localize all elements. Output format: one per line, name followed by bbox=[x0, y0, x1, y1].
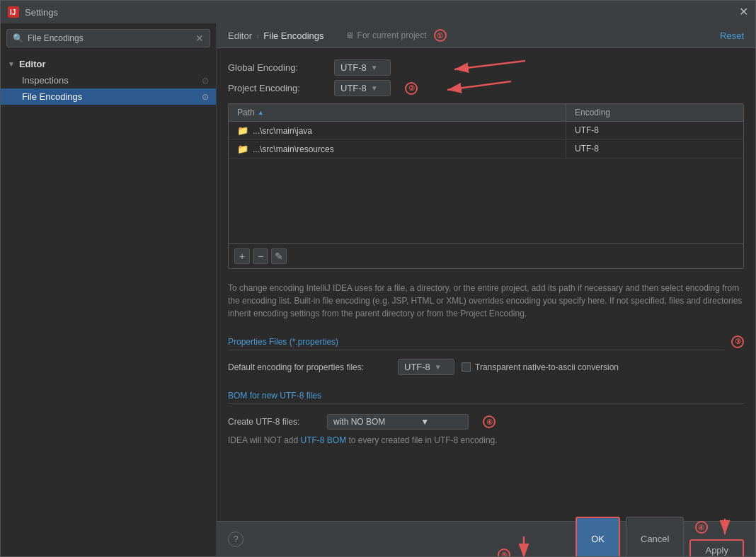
properties-encoding-value: UTF-8 bbox=[404, 362, 430, 372]
copy-icon: ⊙ bbox=[202, 76, 209, 86]
dropdown-arrow-3: ▼ bbox=[435, 363, 442, 371]
sidebar-item-editor[interactable]: ▼ Editor bbox=[1, 56, 216, 72]
for-current-project-label: For current project bbox=[357, 30, 427, 40]
reset-button[interactable]: Reset bbox=[720, 30, 744, 41]
sidebar-tree: ▼ Editor Inspections ⊙ File Encodings ⊙ bbox=[1, 53, 216, 556]
breadcrumb: Editor › File Encodings bbox=[228, 30, 324, 41]
monitor-icon: 🖥 bbox=[345, 30, 354, 40]
project-encoding-row: Project Encoding: UTF-8 ▼ ② bbox=[228, 80, 744, 96]
path-encoding-table: Path ▲ Encoding 📁 ...\src\main\java bbox=[228, 103, 744, 269]
dropdown-arrow-2: ▼ bbox=[371, 84, 378, 92]
properties-encoding-label: Default encoding for properties files: bbox=[228, 362, 391, 372]
panel-body: Global Encoding: UTF-8 ▼ bbox=[217, 48, 755, 521]
ok-button[interactable]: OK bbox=[575, 517, 620, 556]
properties-encoding-select[interactable]: UTF-8 ▼ bbox=[398, 359, 454, 375]
svg-line-3 bbox=[454, 61, 525, 69]
close-button[interactable]: ✕ bbox=[739, 6, 748, 18]
search-icon: 🔍 bbox=[13, 33, 23, 43]
bom-section-title: BOM for new UTF-8 files bbox=[228, 391, 744, 404]
utf8-bom-link: UTF-8 BOM bbox=[300, 435, 346, 445]
transparent-conversion-label: Transparent native-to-ascii conversion bbox=[475, 362, 619, 372]
help-button[interactable]: ? bbox=[228, 532, 244, 547]
properties-encoding-row: Default encoding for properties files: U… bbox=[228, 355, 744, 379]
bom-create-select[interactable]: with NO BOM ▼ bbox=[327, 414, 469, 430]
table-row[interactable]: 📁 ...\src\main\java UTF-8 bbox=[229, 122, 743, 140]
window-title: Settings bbox=[25, 7, 58, 18]
project-encoding-value: UTF-8 bbox=[340, 83, 367, 93]
sidebar-item-inspections[interactable]: Inspections ⊙ bbox=[1, 72, 216, 88]
project-encoding-label: Project Encoding: bbox=[228, 83, 327, 93]
th-encoding: Encoding bbox=[566, 104, 743, 121]
apply-button[interactable]: Apply bbox=[689, 539, 744, 556]
bom-create-label: Create UTF-8 files: bbox=[228, 417, 320, 427]
global-encoding-label: Global Encoding: bbox=[228, 62, 327, 73]
sidebar-item-label: File Encodings bbox=[22, 91, 82, 102]
annotation-circle-5: ⑤ bbox=[498, 549, 510, 556]
transparent-conversion-checkbox-label[interactable]: Transparent native-to-ascii conversion bbox=[462, 362, 619, 372]
panel-header: Editor › File Encodings 🖥 For current pr… bbox=[217, 23, 755, 48]
table-toolbar: + − ✎ bbox=[229, 243, 743, 268]
collapse-arrow: ▼ bbox=[8, 60, 15, 68]
clear-search-button[interactable]: ✕ bbox=[195, 33, 204, 44]
bom-info-text: IDEA will NOT add UTF-8 BOM to every cre… bbox=[228, 434, 744, 447]
right-panel: Editor › File Encodings 🖥 For current pr… bbox=[217, 23, 755, 556]
sidebar: 🔍 ✕ ▼ Editor Inspections ⊙ File Encoding… bbox=[1, 23, 217, 556]
td-enc-java: UTF-8 bbox=[566, 122, 743, 139]
annotation-circle-2: ② bbox=[405, 82, 418, 95]
search-box[interactable]: 🔍 ✕ bbox=[6, 29, 210, 47]
add-path-button[interactable]: + bbox=[234, 248, 250, 264]
settings-window: IJ Settings ✕ 🔍 ✕ ▼ Editor Inspections bbox=[0, 0, 756, 557]
cancel-button[interactable]: Cancel bbox=[626, 517, 684, 556]
svg-line-5 bbox=[447, 81, 511, 90]
breadcrumb-parent: Editor bbox=[228, 30, 252, 41]
info-text: To change encoding IntelliJ IDEA uses fo… bbox=[228, 276, 744, 326]
global-encoding-value: UTF-8 bbox=[340, 62, 367, 73]
bom-section: BOM for new UTF-8 files Create UTF-8 fil… bbox=[228, 386, 744, 447]
sidebar-item-file-encodings[interactable]: File Encodings ⊙ bbox=[1, 88, 216, 105]
annotation-circle-4b: ④ bbox=[695, 521, 708, 534]
breadcrumb-current: File Encodings bbox=[263, 30, 323, 41]
folder-icon-resources: 📁 bbox=[237, 144, 248, 154]
table-header: Path ▲ Encoding bbox=[229, 104, 743, 122]
transparent-conversion-checkbox[interactable] bbox=[462, 362, 471, 372]
bom-row: Create UTF-8 files: with NO BOM ▼ ④ bbox=[228, 410, 744, 434]
empty-table-space bbox=[229, 159, 743, 243]
remove-path-button[interactable]: − bbox=[253, 248, 268, 264]
properties-section: Properties Files (*.properties) ③ Defaul… bbox=[228, 333, 744, 379]
main-content: 🔍 ✕ ▼ Editor Inspections ⊙ File Encoding… bbox=[1, 23, 755, 556]
search-input[interactable] bbox=[28, 33, 191, 43]
annotation-circle-3: ③ bbox=[731, 335, 744, 348]
sidebar-item-label: Editor bbox=[19, 59, 46, 69]
folder-icon-java: 📁 bbox=[237, 125, 248, 136]
annotation-circle-1: ① bbox=[434, 29, 447, 42]
table-body: 📁 ...\src\main\java UTF-8 📁 ...\src\main… bbox=[229, 122, 743, 243]
annotation-circle-4: ④ bbox=[483, 415, 496, 428]
global-encoding-select[interactable]: UTF-8 ▼ bbox=[334, 59, 391, 76]
app-icon: IJ bbox=[8, 6, 19, 18]
table-row[interactable]: 📁 ...\src\main\resources UTF-8 bbox=[229, 140, 743, 159]
bom-create-value: with NO BOM bbox=[333, 417, 385, 427]
copy-icon-selected: ⊙ bbox=[202, 92, 209, 102]
title-bar: IJ Settings ✕ bbox=[1, 1, 755, 23]
th-path: Path ▲ bbox=[229, 104, 566, 121]
footer-left: ? bbox=[228, 532, 244, 547]
td-path-resources: 📁 ...\src\main\resources bbox=[229, 140, 566, 158]
dropdown-arrow: ▼ bbox=[371, 64, 378, 71]
for-current-project: 🖥 For current project bbox=[345, 30, 427, 40]
dropdown-arrow-bom: ▼ bbox=[420, 417, 429, 427]
td-enc-resources: UTF-8 bbox=[566, 140, 743, 158]
global-encoding-row: Global Encoding: UTF-8 ▼ bbox=[228, 59, 744, 76]
sidebar-item-label: Inspections bbox=[22, 75, 69, 86]
edit-path-button[interactable]: ✎ bbox=[271, 248, 287, 264]
properties-section-title: Properties Files (*.properties) bbox=[228, 337, 724, 350]
td-path-java: 📁 ...\src\main\java bbox=[229, 122, 566, 139]
sort-arrow: ▲ bbox=[258, 109, 264, 116]
footer: ? ⑤ OK bbox=[217, 521, 755, 556]
breadcrumb-separator: › bbox=[256, 30, 259, 41]
footer-buttons: ⑤ OK Cancel bbox=[498, 517, 744, 556]
svg-text:IJ: IJ bbox=[10, 8, 16, 16]
project-encoding-select[interactable]: UTF-8 ▼ bbox=[334, 80, 391, 96]
